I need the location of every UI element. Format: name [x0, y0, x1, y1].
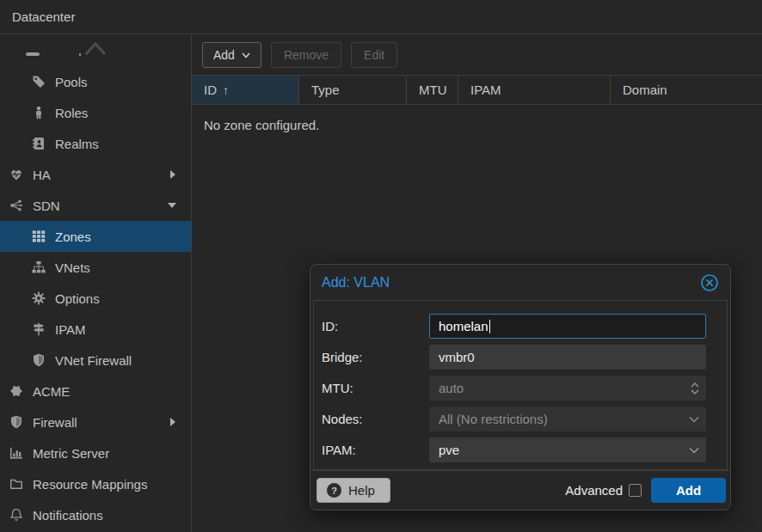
network-icon [9, 199, 24, 212]
sidebar-item-ha[interactable]: HA [0, 159, 191, 190]
page-title: Datacenter [12, 9, 75, 24]
sidebar-item-vnet-firewall[interactable]: VNet Firewall [0, 345, 191, 376]
sidebar-item-label: Notifications [33, 508, 103, 523]
sitemap-icon [31, 260, 46, 274]
form-row-id: ID: homelan [322, 314, 706, 339]
form-row-bridge: Bridge: vmbr0 [322, 345, 706, 370]
dash-icon [26, 52, 40, 56]
zones-toolbar: Add Remove Edit [192, 35, 762, 75]
sidebar-item-label: HA [33, 168, 51, 182]
form-row-ipam: IPAM: pve [322, 437, 706, 462]
column-header-domain[interactable]: Domain [611, 76, 762, 104]
empty-table-message: No zone configured. [192, 105, 762, 145]
certificate-icon [9, 384, 24, 398]
tag-icon [31, 75, 46, 89]
sidebar-item-label: Realms [55, 137, 99, 151]
top-bar: Datacenter [0, 0, 762, 34]
dialog-title: Add: VLAN [322, 275, 700, 290]
column-header-mtu[interactable]: MTU [407, 76, 458, 104]
sidebar-item-options[interactable]: Options [0, 283, 191, 314]
spinner-up-down-icon[interactable] [691, 376, 699, 400]
dialog-form: ID: homelan Bridge: vmbr0 MTU: auto Node… [313, 300, 728, 470]
person-icon [31, 106, 46, 119]
sidebar-item-label: Metric Server [33, 446, 109, 461]
sidebar-item-label: SDN [33, 199, 60, 213]
column-header-ipam[interactable]: IPAM [458, 76, 611, 104]
sidebar-item-label: ACME [33, 384, 70, 399]
add-button[interactable]: Add [202, 42, 261, 68]
column-header-type[interactable]: Type [299, 76, 407, 104]
folder-icon [9, 477, 24, 491]
help-button[interactable]: ? Help [316, 478, 390, 503]
grid-icon [31, 229, 46, 243]
sidebar-item-label: Zones [55, 229, 91, 244]
id-input[interactable]: homelan [429, 314, 706, 339]
collapse-caret-icon [168, 203, 176, 208]
ipam-select[interactable]: pve [429, 437, 706, 462]
remove-button[interactable]: Remove [271, 42, 341, 68]
add-button-label: Add [213, 48, 235, 62]
mtu-field-label: MTU: [322, 381, 429, 395]
shield-icon [31, 353, 46, 367]
sidebar-item-label: Roles [55, 106, 88, 120]
sidebar-item-label: Options [55, 291, 100, 306]
shield-icon [9, 415, 24, 429]
address-book-icon [31, 137, 46, 150]
sidebar-item-metric-server[interactable]: Metric Server [0, 437, 191, 468]
dot-icon [79, 53, 81, 56]
sort-asc-icon: ↑ [223, 83, 229, 97]
sidebar-item-resource-mappings[interactable]: Resource Mappings [0, 468, 191, 499]
text-cursor [489, 320, 490, 333]
dialog-header[interactable]: Add: VLAN [310, 265, 730, 300]
sidebar-item-pools[interactable]: Pools [0, 66, 191, 97]
form-row-mtu: MTU: auto [322, 376, 706, 401]
chevron-down-icon [689, 407, 699, 431]
sidebar-item-sdn[interactable]: SDN [0, 190, 191, 221]
sidebar-item-roles[interactable]: Roles [0, 97, 191, 128]
dialog-footer: ? Help Advanced Add [310, 470, 730, 510]
sidebar-item-label: Pools [55, 75, 88, 89]
zones-table-header: ID ↑ Type MTU IPAM Domain [192, 75, 762, 105]
submit-add-button[interactable]: Add [651, 478, 726, 503]
sidebar-item-zones[interactable]: Zones [0, 221, 191, 252]
chevron-down-icon [242, 52, 250, 58]
resource-tree-sidebar: Pools Roles Realms HA SDN Zones [0, 35, 192, 532]
sidebar-item-vnets[interactable]: VNets [0, 252, 191, 283]
advanced-checkbox[interactable] [629, 484, 642, 497]
question-mark-icon: ? [327, 483, 341, 498]
id-field-label: ID: [322, 319, 429, 333]
sidebar-item-label: IPAM [55, 322, 86, 337]
expand-caret-icon [170, 418, 175, 426]
ipam-field-label: IPAM: [322, 443, 429, 457]
form-row-nodes: Nodes: All (No restrictions) [322, 407, 706, 431]
mtu-spinner[interactable]: auto [429, 376, 706, 401]
sidebar-item-acme[interactable]: ACME [0, 376, 191, 407]
bridge-input[interactable]: vmbr0 [429, 345, 706, 370]
edit-button-label: Edit [364, 48, 384, 62]
nodes-select[interactable]: All (No restrictions) [429, 407, 706, 431]
sidebar-item-partial-scrolled[interactable] [0, 35, 191, 66]
sidebar-item-label: VNet Firewall [55, 353, 132, 368]
expand-caret-icon [170, 170, 175, 179]
help-button-label: Help [348, 483, 375, 498]
add-vlan-dialog: Add: VLAN ID: homelan Bridge: vmbr0 MTU:… [310, 264, 731, 511]
sidebar-item-label: VNets [55, 260, 90, 275]
edit-button[interactable]: Edit [351, 42, 397, 68]
sidebar-item-notifications[interactable]: Notifications [0, 499, 191, 530]
bridge-field-label: Bridge: [322, 350, 429, 364]
signpost-icon [31, 322, 46, 336]
submit-add-label: Add [676, 483, 701, 498]
sidebar-item-firewall[interactable]: Firewall [0, 407, 191, 437]
sidebar-item-realms[interactable]: Realms [0, 128, 191, 159]
gear-icon [31, 291, 46, 305]
sidebar-item-ipam[interactable]: IPAM [0, 314, 191, 345]
bar-chart-icon [9, 446, 24, 460]
advanced-label[interactable]: Advanced [565, 483, 623, 498]
chevron-up-icon [84, 40, 107, 59]
nodes-field-label: Nodes: [322, 412, 429, 426]
remove-button-label: Remove [284, 48, 329, 62]
close-icon[interactable] [700, 273, 719, 292]
sidebar-item-label: Resource Mappings [33, 477, 147, 492]
column-header-id[interactable]: ID ↑ [192, 76, 299, 104]
bell-icon [9, 508, 24, 522]
